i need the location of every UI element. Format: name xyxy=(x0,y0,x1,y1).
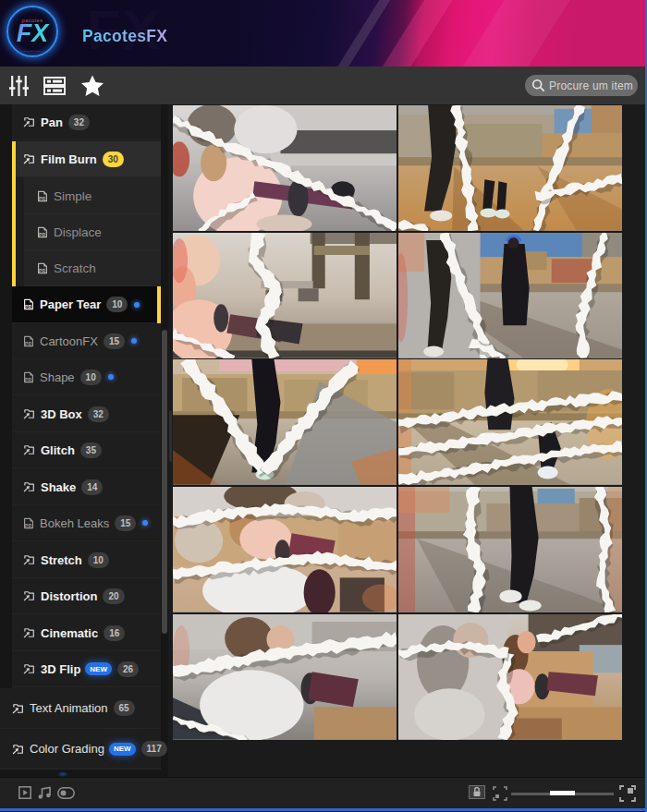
svg-text:PR: PR xyxy=(39,232,45,236)
svg-text:PR: PR xyxy=(39,196,45,200)
svg-text:PR: PR xyxy=(25,305,31,309)
svg-text:PR: PR xyxy=(25,341,31,345)
svg-text:PR: PR xyxy=(25,377,31,382)
svg-text:PR: PR xyxy=(25,523,31,527)
svg-text:PR: PR xyxy=(39,268,45,273)
